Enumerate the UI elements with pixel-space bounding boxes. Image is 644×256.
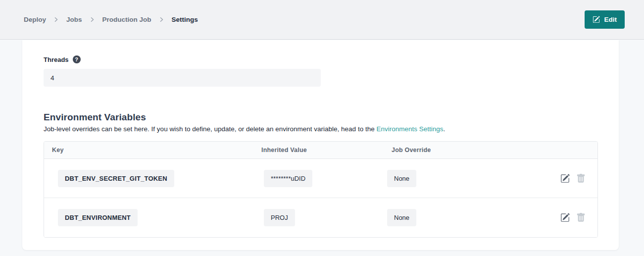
env-var-inherited-value-pill: ********uDID bbox=[264, 170, 312, 187]
env-vars-description: Job-level overrides can be set here. If … bbox=[44, 125, 597, 133]
env-var-inherited-value-pill: PROJ bbox=[264, 209, 295, 226]
env-vars-table: Key Inherited Value Job Override DBT_ENV… bbox=[44, 141, 598, 238]
delete-variable-button[interactable] bbox=[576, 213, 586, 222]
description-text: Job-level overrides can be set here. If … bbox=[44, 125, 376, 133]
settings-card: Threads ? Environment Variables Job-leve… bbox=[22, 40, 619, 250]
trash-icon bbox=[576, 213, 586, 222]
threads-field: Threads ? bbox=[44, 55, 597, 87]
page-header: Deploy Jobs Production Job Settings Edit bbox=[0, 0, 644, 40]
breadcrumb-jobs[interactable]: Jobs bbox=[66, 16, 82, 23]
question-circle-icon[interactable]: ? bbox=[73, 55, 81, 63]
column-header-key: Key bbox=[44, 147, 261, 154]
env-var-row: DBT_ENVIRONMENT PROJ None bbox=[44, 198, 597, 237]
edit-button[interactable]: Edit bbox=[585, 10, 625, 29]
breadcrumb-settings[interactable]: Settings bbox=[172, 16, 198, 23]
environments-settings-link[interactable]: Environments Settings bbox=[376, 125, 443, 133]
chevron-right-icon bbox=[90, 17, 95, 22]
env-var-key-pill: DBT_ENV_SECRET_GIT_TOKEN bbox=[58, 170, 174, 187]
edit-variable-button[interactable] bbox=[560, 213, 570, 222]
edit-button-label: Edit bbox=[604, 16, 617, 23]
pencil-square-icon bbox=[560, 174, 570, 183]
breadcrumb-deploy[interactable]: Deploy bbox=[24, 16, 46, 23]
env-var-rows: DBT_ENV_SECRET_GIT_TOKEN ********uDID No… bbox=[44, 159, 597, 237]
chevron-right-icon bbox=[53, 17, 59, 22]
env-var-job-override-pill: None bbox=[387, 170, 416, 187]
delete-variable-button[interactable] bbox=[576, 174, 586, 183]
breadcrumb-production-job[interactable]: Production Job bbox=[102, 16, 151, 23]
env-var-job-override-pill: None bbox=[387, 209, 416, 226]
breadcrumb: Deploy Jobs Production Job Settings bbox=[24, 16, 198, 23]
chevron-right-icon bbox=[159, 17, 164, 22]
trash-icon bbox=[576, 174, 586, 183]
column-header-job-override: Job Override bbox=[387, 147, 552, 154]
env-var-row: DBT_ENV_SECRET_GIT_TOKEN ********uDID No… bbox=[44, 159, 597, 198]
threads-input[interactable] bbox=[44, 69, 321, 87]
env-vars-table-header: Key Inherited Value Job Override bbox=[44, 142, 597, 159]
description-period: . bbox=[444, 125, 446, 133]
threads-label: Threads bbox=[44, 56, 69, 63]
env-var-key-pill: DBT_ENVIRONMENT bbox=[58, 209, 138, 226]
pencil-square-icon bbox=[560, 213, 570, 222]
pencil-square-icon bbox=[593, 16, 600, 23]
column-header-inherited-value: Inherited Value bbox=[261, 147, 387, 154]
edit-variable-button[interactable] bbox=[560, 174, 570, 183]
env-vars-title: Environment Variables bbox=[44, 112, 597, 123]
